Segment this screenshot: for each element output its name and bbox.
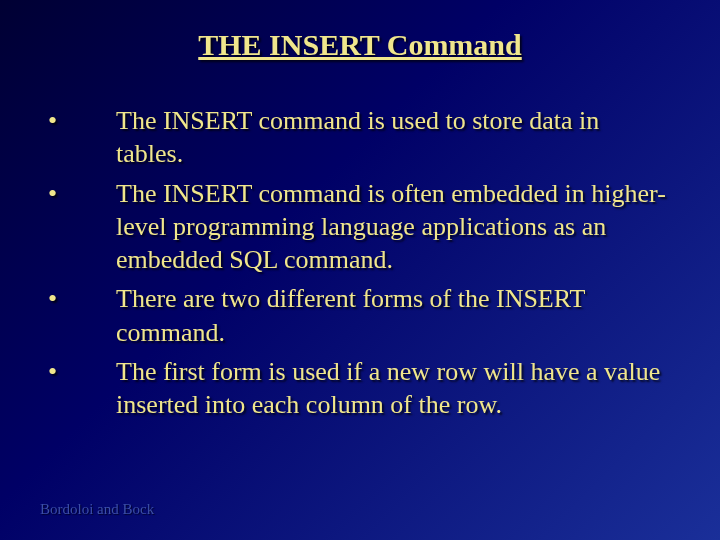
slide-body: • The INSERT command is used to store da… <box>40 104 680 421</box>
list-item: • The first form is used if a new row wi… <box>48 355 672 422</box>
bullet-icon: • <box>48 355 116 388</box>
list-item: • The INSERT command is used to store da… <box>48 104 672 171</box>
bullet-text: There are two different forms of the INS… <box>116 282 672 349</box>
bullet-text: The INSERT command is often embedded in … <box>116 177 672 277</box>
list-item: • There are two different forms of the I… <box>48 282 672 349</box>
list-item: • The INSERT command is often embedded i… <box>48 177 672 277</box>
bullet-text: The first form is used if a new row will… <box>116 355 672 422</box>
bullet-text: The INSERT command is used to store data… <box>116 104 672 171</box>
slide-title: THE INSERT Command <box>40 28 680 62</box>
bullet-icon: • <box>48 282 116 315</box>
slide: THE INSERT Command • The INSERT command … <box>0 0 720 540</box>
footer-credit: Bordoloi and Bock <box>40 501 154 518</box>
bullet-icon: • <box>48 104 116 137</box>
bullet-icon: • <box>48 177 116 210</box>
